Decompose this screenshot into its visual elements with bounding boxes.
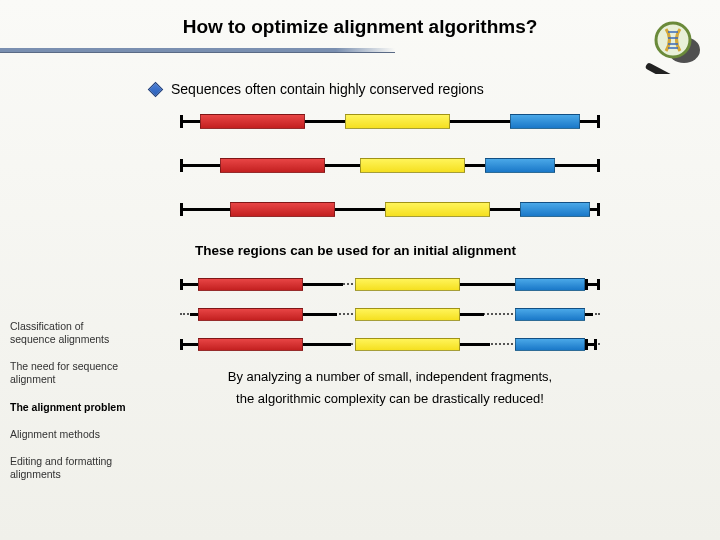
dna-magnifier-logo xyxy=(638,14,708,74)
body-line: By analyzing a number of small, independ… xyxy=(150,366,630,388)
region-blue xyxy=(485,158,555,173)
caption-text: These regions can be used for an initial… xyxy=(195,243,720,258)
svg-point-2 xyxy=(656,23,690,57)
sequence-row xyxy=(180,155,600,175)
sequence-row xyxy=(180,111,600,131)
region-yellow xyxy=(355,278,460,291)
region-red xyxy=(198,338,303,351)
sidebar-nav: Classification of sequence alignments Th… xyxy=(10,320,130,495)
region-yellow xyxy=(355,308,460,321)
aligned-row xyxy=(180,306,600,322)
sequence-diagram-aligned xyxy=(180,276,600,352)
sidebar-item-classification[interactable]: Classification of sequence alignments xyxy=(10,320,130,346)
body-line: the algorithmic complexity can be drasti… xyxy=(150,388,630,410)
diamond-bullet-icon xyxy=(148,81,164,97)
region-red xyxy=(198,308,303,321)
sidebar-item-editing[interactable]: Editing and formatting alignments xyxy=(10,455,130,481)
region-yellow xyxy=(355,338,460,351)
title-underline xyxy=(0,48,395,53)
bullet-text: Sequences often contain highly conserved… xyxy=(171,81,484,97)
region-blue xyxy=(515,278,585,291)
region-red xyxy=(220,158,325,173)
sidebar-item-methods[interactable]: Alignment methods xyxy=(10,428,130,441)
region-blue xyxy=(515,338,585,351)
region-red xyxy=(200,114,305,129)
sidebar-item-problem[interactable]: The alignment problem xyxy=(10,401,130,414)
aligned-row xyxy=(180,276,600,292)
region-blue xyxy=(520,202,590,217)
bullet-point: Sequences often contain highly conserved… xyxy=(150,81,720,97)
region-blue xyxy=(515,308,585,321)
svg-rect-1 xyxy=(645,62,675,74)
sequence-row xyxy=(180,199,600,219)
body-text: By analyzing a number of small, independ… xyxy=(150,366,630,410)
page-title: How to optimize alignment algorithms? xyxy=(0,0,720,38)
region-yellow xyxy=(345,114,450,129)
aligned-row xyxy=(180,336,600,352)
sidebar-item-need[interactable]: The need for sequence alignment xyxy=(10,360,130,386)
region-red xyxy=(198,278,303,291)
region-yellow xyxy=(385,202,490,217)
region-blue xyxy=(510,114,580,129)
sequence-diagram-unaligned xyxy=(180,111,600,219)
region-red xyxy=(230,202,335,217)
region-yellow xyxy=(360,158,465,173)
